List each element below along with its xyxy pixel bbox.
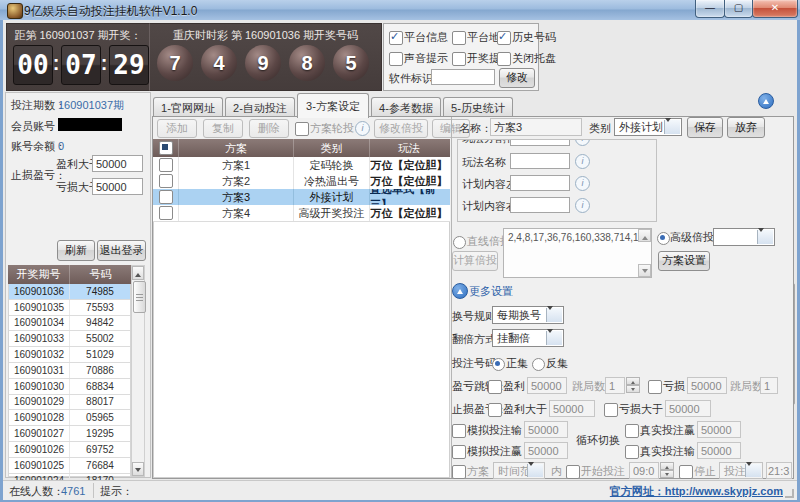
plan-content-left-input[interactable] (510, 175, 570, 191)
sim-lose-input[interactable] (524, 421, 568, 438)
tab-auto-bet[interactable]: 2-自动投注 (225, 97, 295, 117)
add-plan-button[interactable]: 添加 (157, 119, 197, 138)
stoploss-profit-checkbox[interactable] (488, 403, 502, 417)
plan-settings-button[interactable]: 方案设置 (658, 251, 710, 271)
discard-button[interactable]: 放弃 (727, 117, 765, 138)
scroll-down-icon[interactable] (638, 264, 651, 277)
history-row[interactable]: 160901027 19295 (9, 426, 130, 442)
jump-skip2-input[interactable] (760, 377, 778, 394)
jump-profit-input[interactable] (527, 377, 567, 394)
jump-loss-checkbox[interactable] (648, 380, 662, 394)
history-row[interactable]: 160901026 69752 (9, 442, 130, 458)
select-all-checkbox[interactable] (159, 141, 173, 155)
loss-gt-input[interactable] (92, 178, 143, 195)
history-row[interactable]: 160901028 05965 (9, 410, 130, 426)
titlebar[interactable]: 9亿娱乐自动投注挂机软件V1.1.0 — ▢ ✕ (0, 0, 800, 20)
delete-plan-button[interactable]: 删除 (249, 119, 289, 138)
checkbox-draw-alert[interactable] (452, 52, 466, 66)
plan-name-input[interactable] (490, 118, 582, 136)
chevron-down-icon[interactable] (664, 120, 680, 134)
sim-win-checkbox[interactable] (452, 445, 466, 459)
chevron-down-icon[interactable] (527, 464, 543, 477)
jump-profit-checkbox[interactable] (488, 380, 502, 394)
start-time-input[interactable] (629, 462, 659, 479)
real-win-checkbox[interactable] (625, 424, 639, 438)
history-row[interactable]: 160901034 94842 (9, 316, 130, 332)
time-range-select[interactable]: 时间范围 (493, 462, 545, 479)
checkbox-history-numbers[interactable] (497, 31, 511, 45)
real-lose-input[interactable] (697, 442, 741, 459)
plan-category-select[interactable]: 外接计划 (614, 118, 682, 136)
official-site-link[interactable]: 官方网址：http://www.skypjz.com (610, 485, 783, 498)
sim-lose-checkbox[interactable] (452, 424, 466, 438)
play-name-input[interactable] (510, 153, 570, 169)
stoploss-profit-input[interactable] (549, 400, 595, 417)
real-lose-checkbox[interactable] (625, 445, 639, 459)
jump-loss-input[interactable] (687, 377, 727, 394)
calc-multiplier-button[interactable]: 计算倍投 (452, 251, 498, 271)
modify-multiplier-button[interactable]: 修改倍投 (374, 119, 428, 138)
chevron-down-icon[interactable] (757, 230, 773, 244)
line-multiplier-radio[interactable] (453, 236, 466, 249)
scroll-up-icon[interactable] (132, 266, 144, 280)
history-row[interactable]: 160901029 88017 (9, 395, 130, 411)
real-win-input[interactable] (697, 421, 741, 438)
logout-button[interactable]: 退出登录 (97, 240, 146, 261)
change-rule-select[interactable]: 每期换号 (492, 306, 564, 324)
scroll-up-icon[interactable] (638, 229, 651, 242)
spinner[interactable] (626, 377, 640, 394)
refresh-button[interactable]: 刷新 (57, 240, 95, 261)
checkbox-platform-address[interactable] (452, 31, 466, 45)
tab-reference-data[interactable]: 4-参考数据 (371, 97, 441, 117)
schedule-plan-checkbox[interactable] (452, 465, 466, 479)
history-row[interactable]: 160901030 68834 (9, 379, 130, 395)
plan-row[interactable]: 方案2 冷热温出号 万位【定位胆】 (153, 173, 450, 190)
history-row[interactable]: 160901031 70886 (9, 363, 130, 379)
scrollbar-thumb[interactable] (133, 281, 146, 313)
play-separator-input[interactable] (510, 139, 570, 146)
chevron-down-icon[interactable] (745, 464, 761, 477)
plan-row[interactable]: 方案4 高级开奖投注 万位【定位胆】 (153, 205, 450, 222)
checkbox-platform-info[interactable] (389, 31, 403, 45)
history-row[interactable]: 160901035 75593 (9, 300, 130, 316)
double-mode-select[interactable]: 挂翻倍 (492, 329, 564, 347)
tab-official-site[interactable]: 1-官网网址 (153, 97, 223, 117)
stop-checkbox[interactable] (679, 465, 693, 479)
more-settings-link[interactable]: 更多设置 (469, 285, 513, 298)
history-row[interactable]: 160901033 55002 (9, 331, 130, 347)
maximize-button[interactable]: ▢ (724, 0, 753, 18)
history-row[interactable]: 160901036 74985 (9, 284, 130, 300)
advanced-multiplier-radio[interactable] (657, 232, 670, 245)
negative-set-radio[interactable] (532, 358, 545, 371)
multiplier-sequence-textarea[interactable]: 2,4,8,17,36,76,160,338,714,1507 (503, 228, 652, 278)
plan-rotate-checkbox[interactable] (295, 122, 309, 136)
positive-set-radio[interactable] (492, 358, 505, 371)
stoploss-loss-input[interactable] (665, 400, 711, 417)
more-settings-icon[interactable] (452, 283, 468, 299)
checkbox-sound-alert[interactable] (389, 52, 403, 66)
copy-plan-button[interactable]: 复制 (203, 119, 243, 138)
plan-checkbox[interactable] (159, 158, 173, 172)
minimize-button[interactable]: — (695, 0, 725, 18)
stop-time-input[interactable] (766, 462, 792, 479)
plan-checkbox[interactable] (159, 206, 173, 220)
chevron-down-icon[interactable] (546, 308, 562, 322)
tab-plan-setup[interactable]: 3-方案设定 (297, 93, 369, 118)
history-scrollbar[interactable] (131, 265, 145, 477)
history-row[interactable]: 160901032 51029 (9, 347, 130, 363)
software-id-input[interactable] (431, 69, 495, 85)
modify-button[interactable]: 修改 (499, 68, 535, 88)
plan-row[interactable]: 方案1 定码轮换 万位【定位胆】 (153, 157, 450, 174)
checkbox-close-tray[interactable] (497, 52, 511, 66)
stoploss-loss-checkbox[interactable] (604, 403, 618, 417)
chevron-down-icon[interactable] (546, 331, 562, 345)
start-bet-checkbox[interactable] (566, 465, 580, 479)
collapse-up-icon[interactable] (758, 93, 774, 109)
jump-skip1-input[interactable] (605, 377, 625, 394)
history-row[interactable]: 160901025 76684 (9, 458, 130, 474)
plan-checkbox[interactable] (159, 190, 173, 204)
advanced-multiplier-select[interactable] (713, 228, 775, 246)
stop-option-select[interactable]: 投注 (719, 462, 763, 479)
plan-checkbox[interactable] (159, 174, 173, 188)
tab-history-stats[interactable]: 5-历史统计 (443, 97, 513, 117)
